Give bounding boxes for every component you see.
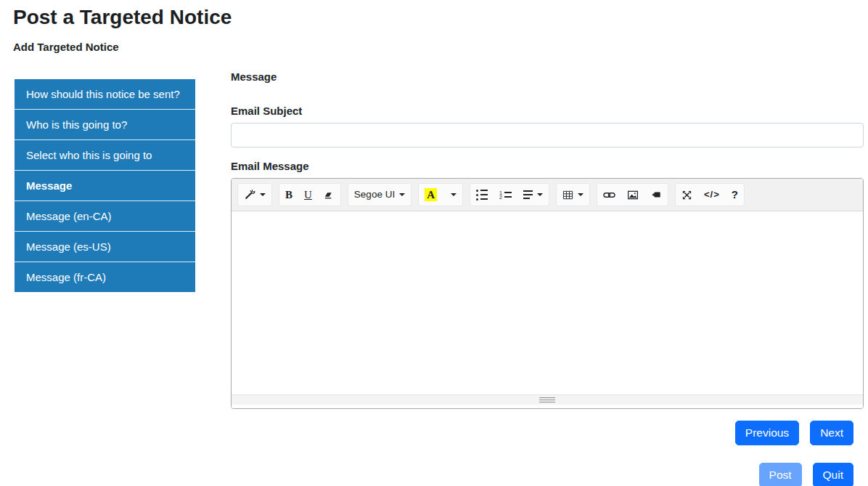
- nav-actions: Previous Next: [231, 421, 864, 445]
- caret-down-icon: [260, 193, 266, 196]
- bold-button[interactable]: B: [279, 184, 298, 206]
- code-icon: </>: [704, 189, 720, 201]
- message-form: Message Email Subject Email Message: [231, 70, 864, 486]
- bullet-list-icon: [476, 190, 488, 201]
- image-icon: [627, 190, 639, 201]
- font-style-group: B U: [279, 183, 341, 206]
- caret-down-icon: [451, 193, 456, 196]
- email-message-label: Email Message: [231, 160, 864, 172]
- table-button[interactable]: [557, 184, 589, 206]
- clear-formatting-button[interactable]: [318, 184, 340, 206]
- email-subject-input[interactable]: [231, 123, 864, 147]
- view-group: </> ?: [675, 183, 745, 206]
- video-camera-icon: [650, 190, 662, 200]
- codeview-button[interactable]: </>: [698, 184, 726, 206]
- editor-statusbar: [232, 394, 863, 405]
- expand-arrows-icon: [681, 190, 692, 201]
- post-button[interactable]: Post: [759, 463, 802, 486]
- wizard-step-list: How should this notice be sent? Who is t…: [15, 79, 195, 292]
- style-dropdown-button[interactable]: [238, 184, 271, 206]
- text-color-dropdown[interactable]: [443, 184, 462, 206]
- page-subtitle: Add Targeted Notice: [13, 41, 864, 53]
- wizard-step-select-who[interactable]: Select who this is going to: [15, 140, 195, 171]
- caret-down-icon: [537, 193, 543, 196]
- link-icon: [603, 190, 615, 201]
- eraser-icon: [324, 190, 335, 201]
- video-button[interactable]: [644, 184, 668, 206]
- table-group: [556, 183, 590, 206]
- underline-label: U: [304, 189, 312, 201]
- resize-handle[interactable]: [539, 397, 555, 402]
- ordered-list-button[interactable]: 1 2: [494, 184, 517, 206]
- page-title: Post a Targeted Notice: [13, 6, 864, 29]
- insert-group: [597, 183, 668, 206]
- wizard-step-message-fr-ca[interactable]: Message (fr-CA): [15, 262, 195, 292]
- link-button[interactable]: [597, 184, 621, 206]
- wizard-step-how-sent[interactable]: How should this notice be sent?: [15, 79, 195, 110]
- wizard-step-who-going-to[interactable]: Who is this going to?: [15, 110, 195, 140]
- color-group: A: [418, 183, 463, 206]
- text-color-button[interactable]: A: [419, 184, 443, 206]
- editor-bottom-strip: [232, 405, 863, 408]
- font-family-dropdown[interactable]: Segoe UI: [348, 184, 411, 206]
- underline-button[interactable]: U: [298, 184, 318, 206]
- caret-down-icon: [578, 193, 584, 196]
- caret-down-icon: [399, 193, 405, 196]
- editor-canvas[interactable]: [232, 211, 863, 394]
- font-family-label: Segoe UI: [354, 189, 395, 201]
- magic-wand-icon: [244, 189, 255, 201]
- style-group: [237, 183, 272, 206]
- page: Post a Targeted Notice Add Targeted Noti…: [0, 0, 868, 486]
- text-color-icon: A: [425, 188, 437, 201]
- submit-actions: Post Quit: [231, 463, 864, 486]
- section-heading: Message: [231, 70, 864, 83]
- help-button[interactable]: ?: [726, 184, 744, 206]
- bold-label: B: [285, 189, 292, 201]
- table-grid-icon: [562, 190, 573, 201]
- next-button[interactable]: Next: [810, 421, 853, 445]
- fullscreen-button[interactable]: [676, 184, 698, 206]
- content-row: How should this notice be sent? Who is t…: [13, 70, 864, 486]
- align-lines-icon: [523, 190, 533, 199]
- editor-toolbar: B U Segoe: [232, 179, 863, 211]
- rich-text-editor: B U Segoe: [231, 178, 864, 409]
- font-name-group: Segoe UI: [348, 183, 412, 206]
- previous-button[interactable]: Previous: [735, 421, 799, 445]
- wizard-step-message[interactable]: Message: [15, 171, 195, 201]
- question-mark-icon: ?: [732, 189, 738, 201]
- email-subject-label: Email Subject: [231, 105, 864, 117]
- paragraph-align-button[interactable]: [517, 184, 549, 206]
- unordered-list-button[interactable]: [470, 184, 494, 206]
- numbered-list-icon: 1 2: [499, 192, 512, 198]
- paragraph-group: 1 2: [470, 183, 549, 206]
- wizard-step-message-es-us[interactable]: Message (es-US): [15, 232, 195, 262]
- quit-button[interactable]: Quit: [813, 463, 853, 486]
- wizard-step-message-en-ca[interactable]: Message (en-CA): [15, 201, 195, 232]
- picture-button[interactable]: [621, 184, 644, 206]
